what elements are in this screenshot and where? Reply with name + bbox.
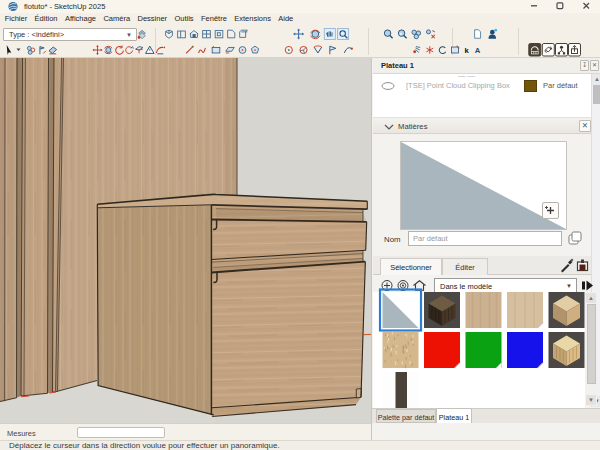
svg-text:A: A xyxy=(475,46,481,55)
svg-text:k: k xyxy=(464,46,469,55)
